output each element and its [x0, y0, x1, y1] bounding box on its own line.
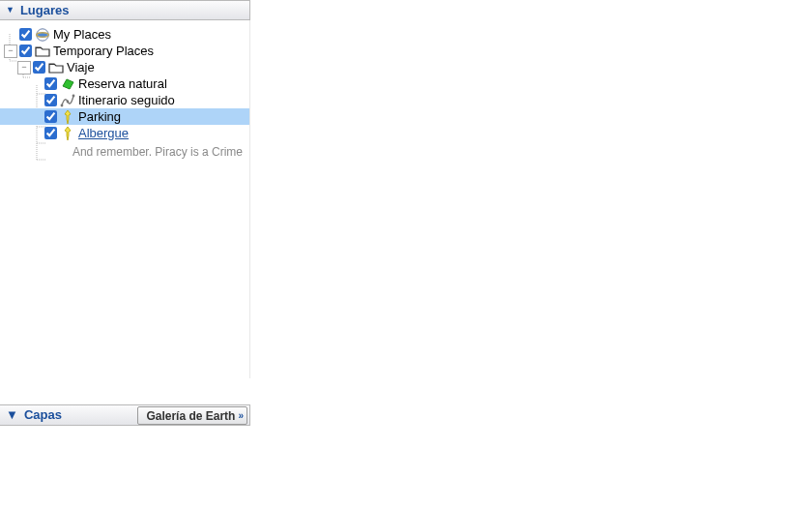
folder-icon [35, 44, 50, 59]
earth-gallery-button[interactable]: Galería de Earth » [137, 406, 247, 425]
places-tree: My Places − Temporary Places − Viaje [0, 20, 250, 378]
checkbox-temporary-places[interactable] [19, 45, 32, 57]
checkbox-albergue[interactable] [44, 127, 57, 139]
tree-collapse-icon[interactable]: − [17, 61, 31, 75]
disclosure-down-icon: ▼ [6, 404, 18, 426]
globe-icon [35, 27, 50, 43]
tree-row-viaje[interactable]: − Viaje [0, 59, 250, 75]
panel-divider [249, 20, 250, 378]
label-my-places: My Places [53, 27, 111, 42]
checkbox-parking[interactable] [44, 110, 57, 123]
label-itinerario: Itinerario seguido [78, 93, 175, 107]
disclosure-down-icon: ▼ [6, 0, 14, 20]
label-reserva: Reserva natural [78, 76, 167, 91]
chevrons-right-icon: » [238, 405, 241, 427]
svg-point-12 [61, 104, 64, 106]
svg-point-14 [72, 94, 75, 97]
places-panel-header[interactable]: ▼ Lugares [0, 0, 250, 20]
earth-gallery-label: Galería de Earth [146, 405, 235, 427]
checkbox-my-places[interactable] [19, 28, 32, 41]
path-icon [60, 93, 75, 108]
tree-row-itinerario[interactable]: Itinerario seguido [0, 92, 250, 108]
label-temporary-places: Temporary Places [53, 44, 154, 58]
label-albergue[interactable]: Albergue [78, 126, 129, 140]
folder-icon [48, 60, 64, 75]
label-parking: Parking [78, 109, 121, 124]
polygon-icon [60, 76, 75, 92]
tree-toggle-placeholder [4, 28, 17, 42]
tree-row-albergue[interactable]: Albergue [0, 125, 250, 141]
pushpin-icon [60, 109, 75, 125]
tree-row-reserva[interactable]: Reserva natural [0, 75, 250, 92]
tree-row-my-places[interactable]: My Places [0, 26, 250, 43]
tree-collapse-icon[interactable]: − [4, 45, 17, 58]
checkbox-viaje[interactable] [33, 61, 45, 74]
places-panel-title: Lugares [20, 0, 70, 20]
layers-panel-title: Capas [24, 404, 62, 426]
label-viaje: Viaje [67, 60, 95, 75]
layers-panel: ▼ Capas Galería de Earth » [0, 404, 250, 426]
checkbox-itinerario[interactable] [44, 94, 57, 106]
tree-row-temporary-places[interactable]: − Temporary Places [0, 43, 250, 59]
pushpin-icon [60, 126, 75, 141]
svg-point-13 [67, 100, 70, 103]
tree-row-parking[interactable]: Parking [0, 108, 250, 125]
checkbox-reserva[interactable] [44, 77, 57, 90]
places-sidebar: ▼ Lugares My Places [0, 0, 250, 378]
footer-message: And remember. Piracy is a Crime [0, 141, 250, 159]
layers-panel-header[interactable]: ▼ Capas Galería de Earth » [0, 404, 250, 426]
